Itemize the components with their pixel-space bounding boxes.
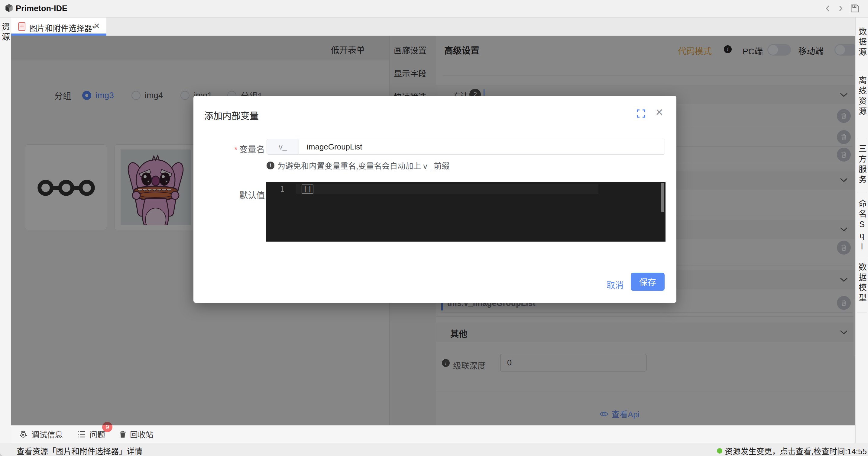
top-bar: Primeton-IDE <box>0 0 868 18</box>
editor-scrollbar-thumb[interactable] <box>661 183 664 212</box>
status-bar: 查看资源「图片和附件选择器」详情 资源发生变更，点击查看,检查时间:14:55 <box>0 443 868 456</box>
fullscreen-icon[interactable] <box>637 109 646 118</box>
tab-bar: 图片和附件选择器* ✕ <box>11 18 855 36</box>
left-sidebar: 资源 <box>0 18 11 443</box>
list-icon <box>77 430 86 438</box>
problems-button[interactable]: 问题 9 <box>77 428 105 440</box>
tab-close-icon[interactable]: ✕ <box>93 22 100 31</box>
add-variable-dialog: 添加内部变量 ✕ *变量名 v_ i 为避免和内置变量重名,变量名会自动加上 v… <box>193 96 676 303</box>
debug-info-label: 调试信息 <box>31 428 63 440</box>
code-content[interactable]: [] <box>302 185 313 194</box>
divider <box>857 192 867 192</box>
save-icon[interactable] <box>850 4 860 13</box>
current-line-highlight <box>296 184 598 194</box>
tab-image-attachment-picker[interactable]: 图片和附件选择器* ✕ <box>11 18 106 36</box>
nav-forward-icon[interactable] <box>837 4 844 12</box>
nav-back-icon[interactable] <box>824 4 832 12</box>
primeton-logo-icon <box>4 3 14 13</box>
close-icon[interactable]: ✕ <box>655 107 663 118</box>
status-dot-icon <box>717 448 722 454</box>
variable-name-label: *变量名 <box>206 143 265 155</box>
app-title: Primeton-IDE <box>16 4 67 13</box>
recycle-bin-button[interactable]: 回收站 <box>119 428 154 440</box>
variable-name-input-group: v_ <box>267 139 665 155</box>
cancel-button[interactable]: 取消 <box>601 276 629 293</box>
save-button[interactable]: 保存 <box>631 273 664 291</box>
sidebar-item-resources[interactable]: 资源 <box>1 22 9 43</box>
divider <box>857 139 867 139</box>
divider <box>857 313 867 313</box>
required-asterisk: * <box>234 145 238 154</box>
variable-name-input[interactable] <box>299 139 664 154</box>
trash-icon <box>119 430 126 438</box>
bug-icon <box>19 430 28 439</box>
document-icon <box>18 22 26 31</box>
debug-info-button[interactable]: 调试信息 <box>19 428 63 440</box>
right-sidebar: 数据源 离线资源 三方服务 命名Sql 数据模型 <box>855 18 868 443</box>
sidebar-item-data-model[interactable]: 数据模型 <box>858 263 866 304</box>
resource-change-label: 资源发生变更，点击查看,检查时间:14:55 <box>725 445 867 456</box>
dialog-title: 添加内部变量 <box>204 108 259 122</box>
line-number: 1 <box>280 185 284 194</box>
status-message[interactable]: 查看资源「图片和附件选择器」详情 <box>17 445 142 456</box>
divider <box>857 257 867 257</box>
problems-label: 问题 <box>89 428 105 440</box>
bottom-toolbar: 调试信息 问题 9 回收站 <box>11 425 855 443</box>
default-value-label: 默认值 <box>206 189 265 201</box>
sidebar-item-datasource[interactable]: 数据源 <box>858 27 866 58</box>
variable-name-hint: i 为避免和内置变量重名,变量名会自动加上 v_ 前缀 <box>267 160 450 171</box>
default-value-code-editor[interactable]: 1 [] <box>266 182 665 241</box>
variable-prefix: v_ <box>267 139 299 154</box>
active-tab-indicator <box>11 34 106 36</box>
sidebar-item-named-sql[interactable]: 命名Sql <box>858 199 866 253</box>
sidebar-item-offline[interactable]: 离线资源 <box>858 76 866 117</box>
tab-label: 图片和附件选择器* <box>29 22 95 33</box>
info-icon: i <box>267 162 274 169</box>
application-window: Primeton-IDE 资源 数据源 离线资源 三方服务 命名Sql 数据模型 <box>0 0 868 456</box>
divider <box>857 71 867 71</box>
recycle-bin-label: 回收站 <box>130 428 154 440</box>
sidebar-item-thirdparty[interactable]: 三方服务 <box>858 144 866 186</box>
resource-change-status[interactable]: 资源发生变更，点击查看,检查时间:14:55 <box>717 445 867 456</box>
